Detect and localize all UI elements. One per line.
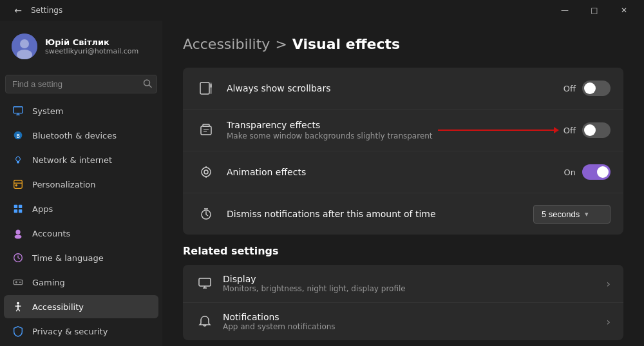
animation-toggle[interactable] <box>582 164 611 180</box>
notifications-related-label: Notifications <box>223 312 607 322</box>
svg-point-17 <box>15 230 20 235</box>
sidebar-item-label: Privacy & security <box>32 327 108 336</box>
gaming-icon <box>12 276 24 289</box>
animation-control: On <box>564 164 611 180</box>
dropdown-value: 5 seconds <box>542 209 580 219</box>
toggle-thumb <box>584 82 596 94</box>
svg-rect-36 <box>201 126 211 135</box>
animation-label: Animation effects <box>227 167 564 177</box>
animation-state-label: On <box>564 168 576 177</box>
notifications-duration-icon <box>196 204 216 224</box>
transparency-icon <box>196 120 216 140</box>
accounts-icon <box>12 227 24 240</box>
related-text-display: Display Monitors, brightness, night ligh… <box>223 274 607 293</box>
svg-rect-11 <box>14 180 23 189</box>
user-info: Юрій Світлик sweetlikyuri@hotmail.com <box>45 37 138 55</box>
window-title: Settings <box>31 6 62 15</box>
search-input[interactable] <box>5 75 157 93</box>
sidebar-item-gaming[interactable]: Gaming <box>4 271 158 294</box>
close-button[interactable]: ✕ <box>609 0 639 21</box>
sidebar-item-accounts[interactable]: Accounts <box>4 222 158 245</box>
svg-rect-5 <box>14 107 23 113</box>
svg-point-40 <box>202 168 211 177</box>
red-arrow-annotation <box>438 127 559 133</box>
maximize-button[interactable]: □ <box>580 0 609 21</box>
svg-rect-15 <box>14 209 17 213</box>
sidebar-item-apps[interactable]: Apps <box>4 197 158 220</box>
window-controls: — □ ✕ <box>550 0 639 21</box>
svg-line-31 <box>18 309 20 312</box>
toggle-thumb <box>597 166 609 178</box>
sidebar: Юрій Світлик sweetlikyuri@hotmail.com <box>0 21 162 346</box>
display-desc: Monitors, brightness, night light, displ… <box>223 284 607 293</box>
related-row-notifications[interactable]: Notifications App and system notificatio… <box>183 303 623 340</box>
transparency-control: Off <box>564 122 611 138</box>
svg-line-4 <box>149 85 152 88</box>
back-button[interactable]: ← <box>10 3 26 18</box>
personalization-icon <box>12 178 24 191</box>
sidebar-item-bluetooth[interactable]: ʙ Bluetooth & devices <box>4 124 158 147</box>
system-icon <box>12 104 24 117</box>
setting-row-animation: Animation effects On <box>183 151 623 193</box>
scrollbars-icon <box>196 78 216 99</box>
svg-point-25 <box>19 282 21 283</box>
user-profile[interactable]: Юрій Світлик sweetlikyuri@hotmail.com <box>4 23 158 70</box>
svg-point-27 <box>17 302 19 305</box>
user-name: Юрій Світлик <box>45 37 138 47</box>
related-text-notifications: Notifications App and system notificatio… <box>223 312 607 331</box>
sidebar-item-personalization[interactable]: Personalization <box>4 173 158 196</box>
sidebar-item-label: Time & language <box>32 253 104 263</box>
get-help[interactable]: ❓ Get help <box>183 340 623 346</box>
scrollbars-toggle[interactable] <box>582 81 611 96</box>
breadcrumb-current: Visual effects <box>292 36 400 52</box>
title-bar-left: ← Settings <box>10 3 62 18</box>
setting-row-scrollbars: Always show scrollbars Off <box>183 68 623 110</box>
svg-point-10 <box>17 161 19 163</box>
sidebar-item-label: System <box>32 106 63 116</box>
title-bar: ← Settings — □ ✕ <box>0 0 644 21</box>
related-row-display[interactable]: Display Monitors, brightness, night ligh… <box>183 265 623 303</box>
related-settings-group: Display Monitors, brightness, night ligh… <box>183 265 623 340</box>
sidebar-item-accessibility[interactable]: Accessibility <box>4 295 158 318</box>
transparency-toggle[interactable] <box>582 122 611 138</box>
notifications-icon <box>196 312 214 331</box>
time-icon <box>12 251 24 264</box>
user-email: sweetlikyuri@hotmail.com <box>45 47 138 55</box>
network-icon <box>12 153 24 166</box>
notifications-control: 5 seconds ▾ <box>533 205 611 224</box>
svg-text:ʙ: ʙ <box>16 132 20 139</box>
svg-rect-13 <box>14 205 17 208</box>
sidebar-item-system[interactable]: System <box>4 99 158 122</box>
svg-rect-33 <box>200 82 209 94</box>
svg-point-1 <box>20 39 29 48</box>
sidebar-item-privacy[interactable]: Privacy & security <box>4 320 158 343</box>
sidebar-item-time[interactable]: Time & language <box>4 246 158 269</box>
main-content: Accessibility > Visual effects Always sh… <box>162 21 644 346</box>
related-settings-title: Related settings <box>183 245 623 257</box>
breadcrumb-separator: > <box>275 36 287 52</box>
svg-point-41 <box>204 170 208 174</box>
sidebar-item-label: Accounts <box>32 229 70 238</box>
notifications-dropdown[interactable]: 5 seconds ▾ <box>533 205 611 224</box>
svg-rect-14 <box>19 205 22 208</box>
sidebar-item-label: Network & internet <box>32 155 112 165</box>
svg-line-46 <box>206 215 208 216</box>
search-icon <box>143 79 152 90</box>
scrollbars-state-label: Off <box>564 84 576 93</box>
settings-group: Always show scrollbars Off <box>183 68 623 235</box>
sidebar-item-label: Bluetooth & devices <box>32 131 117 140</box>
display-label: Display <box>223 274 607 284</box>
minimize-button[interactable]: — <box>550 0 580 21</box>
chevron-down-icon: ▾ <box>585 210 589 218</box>
scrollbars-control: Off <box>564 81 611 96</box>
display-icon <box>196 274 214 293</box>
bluetooth-icon: ʙ <box>12 129 24 142</box>
apps-icon <box>12 202 24 215</box>
sidebar-item-label: Gaming <box>32 278 65 287</box>
notifications-related-desc: App and system notifications <box>223 322 607 331</box>
privacy-icon <box>12 325 24 338</box>
setting-row-notifications: Dismiss notifications after this amount … <box>183 193 623 235</box>
sidebar-item-network[interactable]: Network & internet <box>4 148 158 171</box>
svg-rect-35 <box>210 84 212 88</box>
setting-text-scrollbars: Always show scrollbars <box>227 83 564 93</box>
